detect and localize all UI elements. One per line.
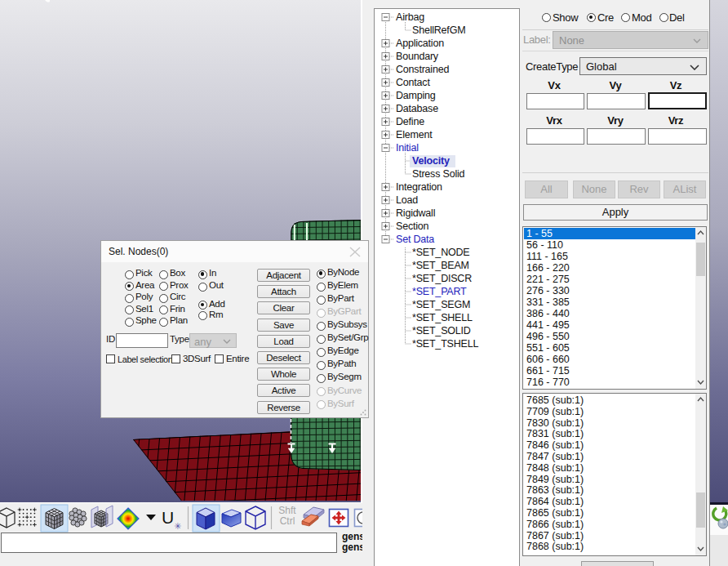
svg-text:Ctrl: Ctrl bbox=[280, 515, 295, 527]
svg-text:✳: ✳ bbox=[174, 521, 181, 531]
svg-text:U: U bbox=[162, 508, 174, 527]
svg-text:Shft: Shft bbox=[278, 505, 296, 516]
